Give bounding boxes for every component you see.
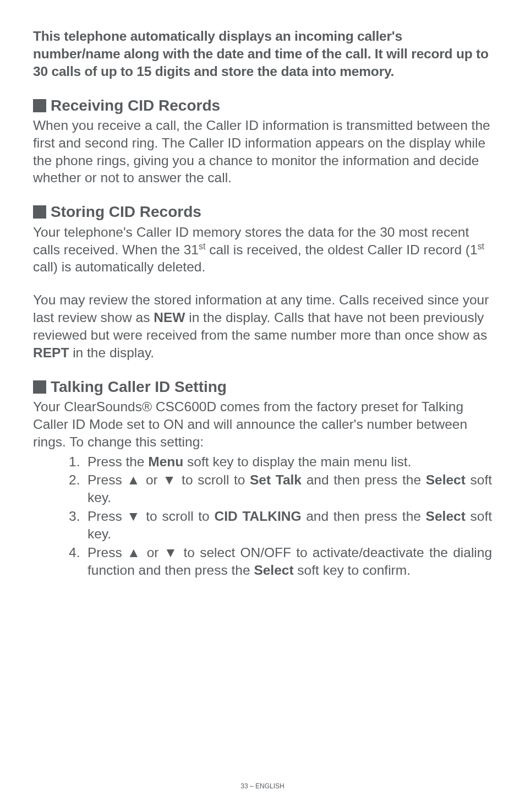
heading-talking: Talking Caller ID Setting: [33, 377, 492, 397]
bold-text: Select: [254, 563, 293, 577]
text: Press: [88, 545, 127, 560]
text: to scroll to: [177, 472, 250, 487]
bold-text: Select: [426, 472, 466, 487]
text: call) is automatically deleted.: [33, 259, 205, 274]
bullet-square-icon: [33, 99, 46, 112]
up-triangle-icon: ▲: [127, 545, 142, 560]
heading-text: Receiving CID Records: [51, 96, 220, 116]
bullet-square-icon: [33, 205, 46, 219]
text: or: [141, 472, 162, 487]
text: and then press the: [301, 509, 425, 524]
down-triangle-icon: ▼: [127, 509, 141, 524]
body-talking: Your ClearSounds® CSC600D comes from the…: [33, 398, 492, 451]
list-number: 4.: [69, 544, 80, 562]
text: Press: [88, 472, 127, 487]
heading-storing: Storing CID Records: [33, 202, 492, 222]
list-number: 1.: [69, 453, 80, 471]
text: soft key to confirm.: [294, 563, 411, 577]
steps-list: 1. Press the Menu soft key to display th…: [33, 453, 492, 579]
list-item: 4. Press ▲ or ▼ to select ON/OFF to acti…: [69, 544, 492, 579]
body-receiving: When you receive a call, the Caller ID i…: [33, 117, 492, 187]
bold-text: Menu: [148, 454, 183, 469]
page-footer: 33 – ENGLISH: [0, 782, 525, 791]
text: in the display.: [69, 345, 154, 360]
list-number: 3.: [69, 508, 80, 525]
up-triangle-icon: ▲: [127, 472, 141, 487]
text: to scroll to: [141, 509, 215, 524]
list-number: 2.: [69, 471, 80, 489]
bullet-square-icon: [33, 380, 46, 394]
down-triangle-icon: ▼: [162, 472, 177, 487]
bold-text: Set Talk: [250, 472, 302, 487]
bold-text: Select: [426, 509, 466, 524]
superscript: st: [199, 241, 205, 250]
down-triangle-icon: ▼: [164, 545, 179, 560]
text: soft key to display the main menu list.: [183, 454, 411, 469]
text: Press the: [88, 454, 148, 469]
bold-text: NEW: [154, 310, 185, 325]
list-item: 2. Press ▲ or ▼ to scroll to Set Talk an…: [69, 471, 492, 506]
superscript: st: [478, 241, 484, 250]
storing-p2: You may review the stored information at…: [33, 291, 492, 361]
heading-text: Storing CID Records: [51, 202, 201, 222]
list-item: 1. Press the Menu soft key to display th…: [69, 453, 492, 471]
bold-text: CID TALKING: [214, 509, 301, 524]
text: Press: [88, 509, 127, 524]
text: call is received, the oldest Caller ID r…: [205, 242, 477, 257]
list-item: 3. Press ▼ to scroll to CID TALKING and …: [69, 508, 492, 543]
text: and then press the: [302, 472, 426, 487]
heading-receiving: Receiving CID Records: [33, 96, 492, 116]
storing-p1: Your telephone's Caller ID memory stores…: [33, 224, 492, 276]
text: or: [142, 545, 164, 560]
intro-paragraph: This telephone automatically displays an…: [33, 28, 492, 80]
heading-text: Talking Caller ID Setting: [51, 377, 227, 397]
bold-text: REPT: [33, 345, 69, 360]
